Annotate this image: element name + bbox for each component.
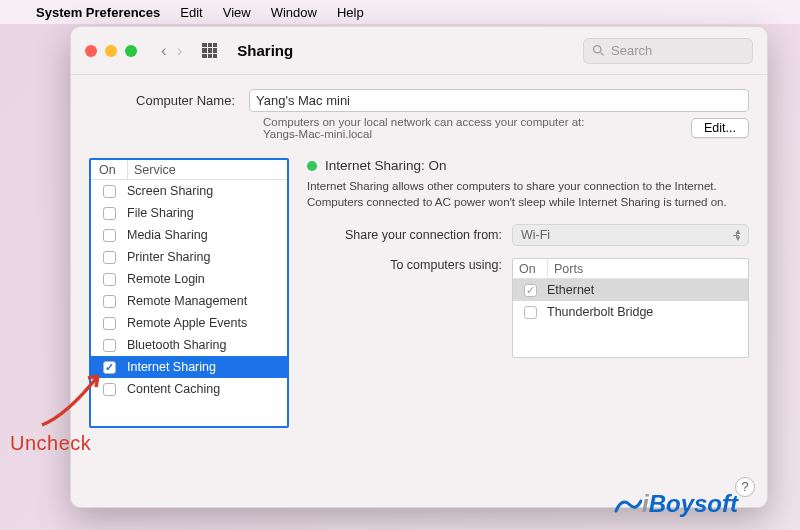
menu-edit[interactable]: Edit	[180, 5, 202, 20]
computer-name-field[interactable]: Yang's Mac mini	[249, 89, 749, 112]
service-checkbox[interactable]	[103, 229, 116, 242]
ports-list[interactable]: On Ports EthernetThunderbolt Bridge	[512, 258, 749, 358]
service-row-screen-sharing[interactable]: Screen Sharing	[91, 180, 287, 202]
service-checkbox[interactable]	[103, 383, 116, 396]
chevron-updown-icon: ▲▼	[734, 228, 742, 242]
forward-button[interactable]: ›	[177, 41, 183, 61]
close-button[interactable]	[85, 45, 97, 57]
ports-head-on: On	[513, 259, 547, 278]
annotation-uncheck-label: Uncheck	[10, 432, 91, 455]
help-button[interactable]: ?	[735, 477, 755, 497]
back-button[interactable]: ‹	[161, 41, 167, 61]
traffic-lights	[85, 45, 137, 57]
service-checkbox[interactable]	[103, 185, 116, 198]
svg-point-0	[594, 46, 601, 53]
svg-line-1	[601, 53, 604, 56]
service-checkbox[interactable]	[103, 273, 116, 286]
hostname-note: Computers on your local network can acce…	[263, 116, 691, 128]
window-title: Sharing	[237, 42, 293, 59]
service-label: Remote Login	[127, 272, 205, 286]
hostname-value: Yangs-Mac-mini.local	[263, 128, 691, 140]
menu-view[interactable]: View	[223, 5, 251, 20]
port-checkbox[interactable]	[524, 306, 537, 319]
app-menu[interactable]: System Preferences	[36, 5, 160, 20]
search-field[interactable]: Search	[583, 38, 753, 64]
service-label: Remote Management	[127, 294, 247, 308]
share-from-label: Share your connection from:	[307, 228, 502, 242]
service-checkbox[interactable]	[103, 339, 116, 352]
services-head-service: Service	[127, 160, 287, 179]
minimize-button[interactable]	[105, 45, 117, 57]
service-checkbox[interactable]	[103, 295, 116, 308]
service-label: Media Sharing	[127, 228, 208, 242]
content-area: Computer Name: Yang's Mac mini Computers…	[71, 75, 767, 442]
service-row-content-caching[interactable]: Content Caching	[91, 378, 287, 400]
service-checkbox[interactable]	[103, 251, 116, 264]
service-label: Printer Sharing	[127, 250, 210, 264]
service-row-remote-login[interactable]: Remote Login	[91, 268, 287, 290]
port-row-thunderbolt-bridge[interactable]: Thunderbolt Bridge	[513, 301, 748, 323]
share-from-select[interactable]: Wi-Fi ▲▼	[512, 224, 749, 246]
port-row-ethernet[interactable]: Ethernet	[513, 279, 748, 301]
ports-head-ports: Ports	[547, 259, 748, 278]
menu-help[interactable]: Help	[337, 5, 364, 20]
service-row-file-sharing[interactable]: File Sharing	[91, 202, 287, 224]
menu-window[interactable]: Window	[271, 5, 317, 20]
service-label: File Sharing	[127, 206, 194, 220]
service-row-printer-sharing[interactable]: Printer Sharing	[91, 246, 287, 268]
service-row-internet-sharing[interactable]: Internet Sharing	[91, 356, 287, 378]
service-checkbox[interactable]	[103, 207, 116, 220]
status-title: Internet Sharing: On	[325, 158, 447, 173]
search-icon	[592, 44, 605, 57]
preferences-window: ‹ › Sharing Search Computer Name: Yang's…	[70, 26, 768, 508]
show-all-icon[interactable]	[202, 43, 217, 58]
share-from-value: Wi-Fi	[521, 228, 550, 242]
service-label: Remote Apple Events	[127, 316, 247, 330]
service-checkbox[interactable]	[103, 317, 116, 330]
services-head-on: On	[91, 160, 127, 179]
service-label: Screen Sharing	[127, 184, 213, 198]
service-row-bluetooth-sharing[interactable]: Bluetooth Sharing	[91, 334, 287, 356]
port-checkbox[interactable]	[524, 284, 537, 297]
edit-hostname-button[interactable]: Edit...	[691, 118, 749, 138]
to-computers-label: To computers using:	[307, 258, 502, 272]
port-label: Ethernet	[547, 283, 594, 297]
service-detail: Internet Sharing: On Internet Sharing al…	[307, 158, 749, 428]
status-indicator-icon	[307, 161, 317, 171]
service-row-remote-management[interactable]: Remote Management	[91, 290, 287, 312]
status-description: Internet Sharing allows other computers …	[307, 179, 749, 210]
service-label: Internet Sharing	[127, 360, 216, 374]
computer-name-label: Computer Name:	[89, 93, 249, 108]
service-checkbox[interactable]	[103, 361, 116, 374]
service-label: Content Caching	[127, 382, 220, 396]
window-toolbar: ‹ › Sharing Search	[71, 27, 767, 75]
service-row-media-sharing[interactable]: Media Sharing	[91, 224, 287, 246]
service-label: Bluetooth Sharing	[127, 338, 226, 352]
watermark-logo: iiBoysoftBoysoft	[614, 490, 738, 518]
search-placeholder: Search	[611, 43, 652, 58]
services-list[interactable]: On Service Screen SharingFile SharingMed…	[89, 158, 289, 428]
zoom-button[interactable]	[125, 45, 137, 57]
service-row-remote-apple-events[interactable]: Remote Apple Events	[91, 312, 287, 334]
menubar: System Preferences Edit View Window Help	[0, 0, 800, 24]
port-label: Thunderbolt Bridge	[547, 305, 653, 319]
